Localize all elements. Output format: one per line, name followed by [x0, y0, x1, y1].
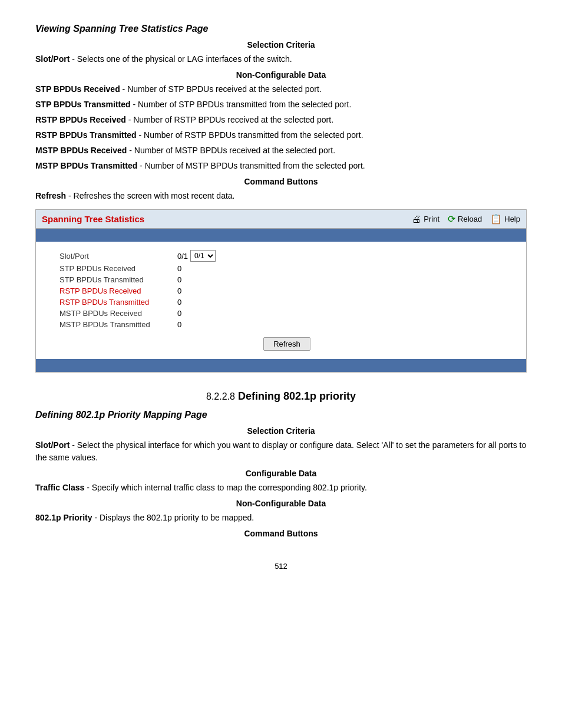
mstp-received-value: 0: [177, 309, 195, 318]
help-icon: 📋: [490, 213, 502, 225]
priority-desc: 802.1p Priority - Displays the 802.1p pr…: [35, 512, 527, 524]
rstp-received-row: RSTP BPDUs Received 0: [59, 286, 514, 295]
command-buttons-heading-1: Command Buttons: [35, 177, 527, 186]
slot-port-desc: - Selects one of the physical or LAG int…: [72, 54, 292, 64]
widget-body: Slot/Port 0/1 0/1 STP BPDUs Received 0 S…: [36, 242, 526, 359]
slot-port-field-value: 0/1: [177, 252, 188, 261]
section1-title: Viewing Spanning Tree Statistics Page: [35, 24, 527, 34]
print-icon: 🖨: [412, 214, 421, 225]
refresh-desc: Refresh - Refreshes the screen with most…: [35, 190, 527, 202]
stp-received-label: STP BPDUs Received: [59, 264, 177, 273]
spanning-tree-widget: Spanning Tree Statistics 🖨 Print ⟳ Reloa…: [35, 209, 527, 373]
widget-header: Spanning Tree Statistics 🖨 Print ⟳ Reloa…: [36, 210, 526, 229]
rstp-received-value: 0: [177, 286, 195, 295]
stp-received-value: 0: [177, 264, 195, 273]
subsection-number-title: 8.2.2.8 Defining 802.1p priority: [35, 390, 527, 403]
rstp-received-desc: RSTP BPDUs Received - Number of RSTP BPD…: [35, 114, 527, 126]
slot-port-2-desc: Slot/Port - Select the physical interfac…: [35, 439, 527, 464]
mstp-transmitted-label: MSTP BPDUs Transmitted: [59, 320, 177, 329]
stp-transmitted-label: STP BPDUs Transmitted: [59, 275, 177, 284]
page-number: 512: [35, 562, 527, 571]
mstp-transmitted-row: MSTP BPDUs Transmitted 0: [59, 320, 514, 329]
selection-criteria-heading-1: Selection Criteria: [35, 40, 527, 50]
print-button[interactable]: 🖨 Print: [412, 214, 439, 225]
widget-top-blue-bar: [36, 229, 526, 242]
mstp-received-desc: MSTP BPDUs Received - Number of MSTP BPD…: [35, 144, 527, 157]
stp-received-desc: STP BPDUs Received - Number of STP BPDUs…: [35, 83, 527, 95]
mstp-received-row: MSTP BPDUs Received 0: [59, 309, 514, 318]
rstp-transmitted-value: 0: [177, 298, 195, 307]
stp-transmitted-desc: STP BPDUs Transmitted - Number of STP BP…: [35, 98, 527, 111]
help-button[interactable]: 📋 Help: [490, 213, 520, 225]
mstp-transmitted-desc: MSTP BPDUs Transmitted - Number of MSTP …: [35, 160, 527, 172]
subsection-title: Defining 802.1p priority: [238, 390, 356, 402]
widget-bottom-blue-bar: [36, 359, 526, 372]
section2-title: Defining 802.1p Priority Mapping Page: [35, 410, 527, 420]
traffic-class-desc: Traffic Class - Specify which internal t…: [35, 482, 527, 494]
subsection-number: 8.2.2.8: [206, 391, 235, 401]
stp-transmitted-row: STP BPDUs Transmitted 0: [59, 275, 514, 284]
mstp-transmitted-value: 0: [177, 320, 195, 329]
stp-received-row: STP BPDUs Received 0: [59, 264, 514, 273]
mstp-received-label: MSTP BPDUs Received: [59, 309, 177, 318]
rstp-received-label: RSTP BPDUs Received: [59, 286, 177, 295]
slot-port-row: Slot/Port 0/1 0/1: [59, 250, 514, 262]
print-label: Print: [424, 215, 439, 223]
widget-title: Spanning Tree Statistics: [42, 214, 144, 224]
help-label: Help: [504, 215, 520, 223]
selection-criteria-heading-2: Selection Criteria: [35, 426, 527, 436]
reload-label: Reload: [458, 215, 482, 223]
slot-port-label: Slot/Port: [35, 54, 70, 64]
rstp-transmitted-row: RSTP BPDUs Transmitted 0: [59, 298, 514, 307]
stp-transmitted-value: 0: [177, 275, 195, 284]
slot-port-dropdown[interactable]: 0/1: [190, 250, 216, 262]
reload-icon: ⟳: [448, 213, 455, 225]
command-buttons-heading-2: Command Buttons: [35, 529, 527, 538]
rstp-transmitted-desc: RSTP BPDUs Transmitted - Number of RSTP …: [35, 129, 527, 141]
slot-port-field-label: Slot/Port: [59, 252, 177, 261]
non-configurable-heading-2: Non-Configurable Data: [35, 499, 527, 508]
slot-port-field-desc: Slot/Port - Selects one of the physical …: [35, 53, 527, 65]
refresh-row: Refresh: [59, 337, 514, 351]
configurable-data-heading: Configurable Data: [35, 469, 527, 478]
refresh-button[interactable]: Refresh: [263, 337, 310, 351]
reload-button[interactable]: ⟳ Reload: [448, 213, 482, 225]
non-configurable-heading-1: Non-Configurable Data: [35, 70, 527, 80]
widget-actions: 🖨 Print ⟳ Reload 📋 Help: [412, 213, 520, 225]
rstp-transmitted-label: RSTP BPDUs Transmitted: [59, 298, 177, 307]
